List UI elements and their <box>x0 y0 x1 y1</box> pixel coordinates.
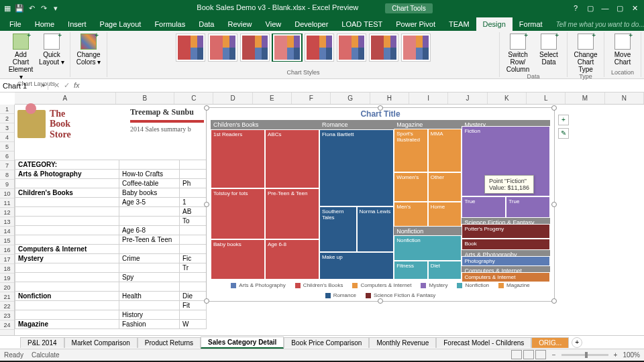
table-row[interactable] <box>15 282 207 292</box>
enter-formula-icon[interactable]: ✓ <box>64 81 70 90</box>
treemap-cell[interactable]: Diet <box>428 261 462 280</box>
move-chart-button[interactable]: Move Chart <box>608 34 637 66</box>
treemap-cell[interactable]: Fiona Bartlett <box>319 129 394 206</box>
sheet-tabs[interactable]: P&L 2014Market ComparisonProduct Returns… <box>0 335 644 349</box>
table-row[interactable]: Spy <box>15 273 207 282</box>
row-header-11[interactable]: 11 <box>0 198 14 208</box>
view-buttons[interactable] <box>511 350 547 361</box>
treemap-cell[interactable]: Nonfiction <box>394 235 462 260</box>
category-table[interactable]: CATEGORY:Arts & PhotographyHow-to Crafts… <box>15 160 207 329</box>
treemap-cell[interactable]: Other <box>428 172 462 202</box>
row-header-9[interactable]: 9 <box>0 180 14 189</box>
zoom-level[interactable]: 100% <box>623 351 640 359</box>
row-header-21[interactable]: 21 <box>0 292 14 302</box>
cancel-formula-icon[interactable]: ✕ <box>54 81 60 90</box>
sheet-tab[interactable]: Product Returns <box>138 337 201 348</box>
treemap-group-header[interactable]: Science Fiction & Fantasy <box>462 218 550 224</box>
chart-styles-gallery[interactable] <box>176 34 431 62</box>
treemap-group-header[interactable]: Children's Books <box>211 120 319 129</box>
chart-style-5[interactable] <box>305 34 334 62</box>
table-row[interactable]: Tr <box>15 263 207 273</box>
treemap-cell[interactable]: ABCs <box>265 129 319 188</box>
treemap-cell[interactable]: Potter's Progeny <box>462 224 550 239</box>
col-header-D[interactable]: D <box>213 93 252 104</box>
treemap-cell[interactable]: Photography <box>462 256 550 266</box>
legend-item[interactable]: Nonfiction <box>457 282 489 288</box>
select-data-button[interactable]: Select Data <box>535 34 563 66</box>
sheet-tab[interactable]: ORIG... <box>531 337 569 348</box>
ribbon-tab-file[interactable]: File <box>3 17 28 31</box>
col-header-G[interactable]: G <box>331 93 370 104</box>
treemap-cell[interactable]: Computers & Internet <box>462 272 550 282</box>
row-header-8[interactable]: 8 <box>0 170 14 180</box>
sheet-tab[interactable]: Book Price Comparison <box>284 337 369 348</box>
sheet-tab[interactable]: Forecast Model - Childrens <box>436 337 531 348</box>
treemap-cell[interactable]: Home <box>428 202 462 227</box>
row-header-23[interactable]: 23 <box>0 311 14 320</box>
change-chart-type-button[interactable]: Change Chart Type <box>572 34 600 73</box>
legend-item[interactable]: Mystery <box>421 282 447 288</box>
col-header-N[interactable]: N <box>605 93 644 104</box>
table-row[interactable]: NonfictionHealthDie <box>15 292 207 301</box>
row-header-14[interactable]: 14 <box>0 227 14 236</box>
row-header-16[interactable]: 16 <box>0 245 14 255</box>
treemap-plot-area[interactable]: Children's Books1st ReadersABCsTolstoy f… <box>211 120 550 280</box>
row-header-20[interactable]: 20 <box>0 283 14 292</box>
row-headers[interactable]: 123456789101112131415161718192021222324 <box>0 105 15 335</box>
treemap-group-header[interactable]: Magazine <box>394 120 462 129</box>
chart-style-2[interactable] <box>208 34 237 62</box>
col-header-H[interactable]: H <box>370 93 409 104</box>
zoom-slider[interactable] <box>561 354 608 356</box>
name-box[interactable]: Chart 1 <box>0 82 48 90</box>
ribbon-tab-team[interactable]: TEAM <box>442 17 476 31</box>
treemap-cell[interactable]: Norma Lewis <box>357 206 394 252</box>
ribbon-tab-review[interactable]: Review <box>221 17 258 31</box>
sheet-tab[interactable]: P&L 2014 <box>20 337 64 348</box>
maximize-icon[interactable]: ▢ <box>613 4 627 13</box>
ribbon-tab-design[interactable]: Design <box>476 17 513 31</box>
table-row[interactable]: CATEGORY: <box>15 160 207 170</box>
chart-elements-button[interactable]: + <box>558 115 569 125</box>
col-header-F[interactable]: F <box>292 93 331 104</box>
chart-style-8[interactable] <box>401 34 431 62</box>
col-header-C[interactable]: C <box>174 93 213 104</box>
treemap-group-header[interactable]: Nonfiction <box>394 227 462 235</box>
table-row[interactable]: Age 3-51 <box>15 198 207 207</box>
ribbon-tab-data[interactable]: Data <box>192 17 221 31</box>
undo-icon[interactable]: ↶ <box>27 3 36 13</box>
row-header-10[interactable]: 10 <box>0 189 14 198</box>
table-row[interactable]: Arts & PhotographyHow-to Crafts <box>15 170 207 179</box>
ribbon-tab-load-test[interactable]: LOAD TEST <box>335 17 389 31</box>
treemap-cell[interactable]: Sport's Illustrated <box>394 129 428 172</box>
table-row[interactable]: Children's BooksBaby books <box>15 188 207 198</box>
treemap-chart[interactable]: Chart Title Children's Books1st ReadersA… <box>206 107 555 302</box>
zoom-out-icon[interactable]: − <box>552 351 556 359</box>
treemap-cell[interactable]: Fitness <box>394 261 428 280</box>
table-row[interactable]: AB <box>15 207 207 217</box>
chart-legend[interactable]: Arts & PhotographyChildren's BooksComput… <box>207 280 554 301</box>
table-row[interactable]: MagazineFashionW <box>15 320 207 329</box>
row-header-24[interactable]: 24 <box>0 320 14 330</box>
col-header-K[interactable]: K <box>488 93 527 104</box>
treemap-cell[interactable]: Book <box>462 239 550 250</box>
chart-style-1[interactable] <box>176 34 205 62</box>
treemap-group-header[interactable]: Computers & Internet <box>462 266 550 272</box>
row-header-7[interactable]: 7 <box>0 161 14 170</box>
row-header-15[interactable]: 15 <box>0 236 14 245</box>
treemap-cell[interactable]: Tolstoy for tots <box>211 188 265 239</box>
ribbon-tab-formulas[interactable]: Formulas <box>148 17 192 31</box>
row-header-17[interactable]: 17 <box>0 255 14 264</box>
change-colors-button[interactable]: Change Colors ▾ <box>74 34 103 66</box>
chart-styles-button[interactable]: ✎ <box>558 128 569 139</box>
zoom-in-icon[interactable]: + <box>614 351 618 359</box>
ribbon-options-icon[interactable]: ▢ <box>584 4 597 13</box>
treemap-cell[interactable]: Baby books <box>211 239 265 280</box>
row-header-18[interactable]: 18 <box>0 264 14 274</box>
row-header-1[interactable]: 1 <box>0 105 14 114</box>
ribbon-tab-developer[interactable]: Developer <box>288 17 335 31</box>
legend-item[interactable]: Magazine <box>498 282 530 288</box>
table-row[interactable]: History <box>15 310 207 320</box>
col-header-I[interactable]: I <box>409 93 448 104</box>
row-header-3[interactable]: 3 <box>0 123 14 133</box>
quick-layout-button[interactable]: Quick Layout ▾ <box>38 34 66 66</box>
